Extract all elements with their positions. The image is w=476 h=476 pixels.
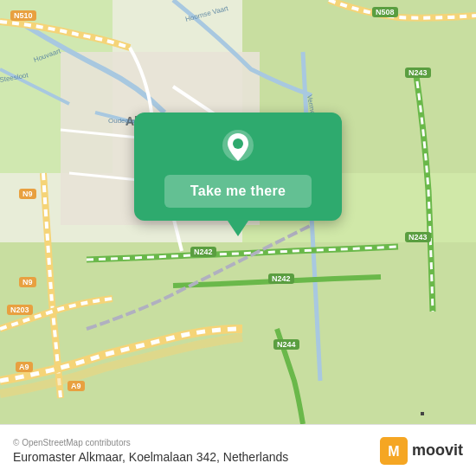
map-container: Alkm Houvaart Steesloot Hoornse Vaart Ou… (0, 0, 476, 424)
road-label-n9b: N9 (19, 277, 36, 287)
road-label-n244: N244 (273, 339, 299, 350)
svg-text:M: M (388, 444, 399, 459)
location-popup: Take me there (134, 113, 342, 221)
road-label-n243b: N243 (405, 232, 431, 242)
road-label-n203: N203 (7, 305, 33, 315)
road-label-n510: N510 (10, 10, 36, 21)
road-label-a9a: A9 (16, 362, 33, 372)
footer-left: © OpenStreetMap contributors Euromaster … (13, 438, 288, 464)
moovit-logo: M moovit (380, 437, 463, 465)
map-dot (421, 412, 424, 415)
svg-text:Oudegra: Oudegra (108, 117, 136, 125)
svg-point-13 (233, 138, 243, 149)
moovit-icon: M (380, 437, 408, 465)
location-name: Euromaster Alkmaar, Koelmalaan 342, Neth… (13, 450, 288, 464)
pin-icon (221, 130, 255, 164)
road-label-n508: N508 (372, 7, 398, 17)
osm-credit: © OpenStreetMap contributors (13, 438, 288, 447)
road-label-a9b: A9 (68, 381, 85, 391)
take-me-there-button[interactable]: Take me there (164, 175, 312, 208)
moovit-brand-text: moovit (412, 441, 463, 460)
road-label-n243a: N243 (405, 68, 431, 78)
road-label-n242a: N242 (190, 247, 216, 257)
road-label-n9a: N9 (19, 189, 36, 199)
footer: © OpenStreetMap contributors Euromaster … (0, 424, 476, 476)
road-label-n242b: N242 (268, 273, 294, 284)
